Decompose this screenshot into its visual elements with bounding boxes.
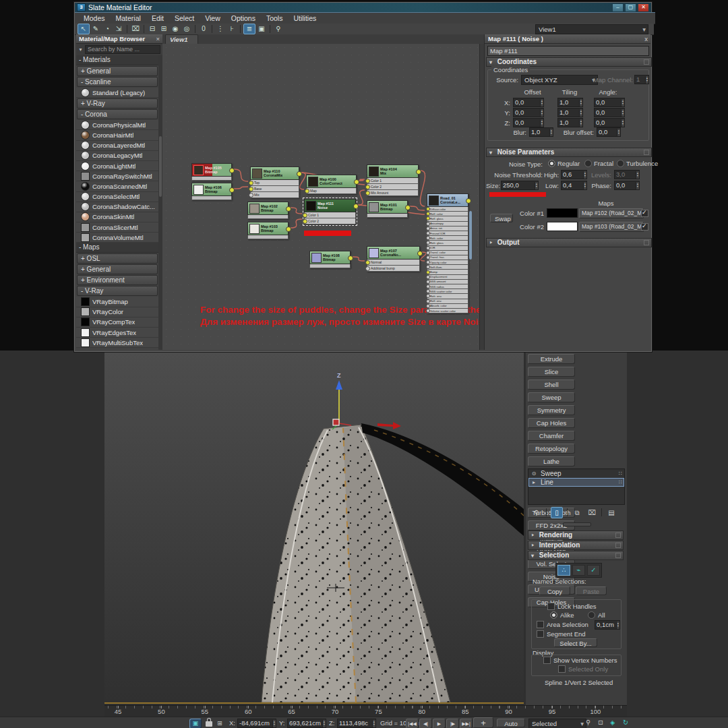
all-radio[interactable] bbox=[588, 611, 595, 619]
offset-spinner[interactable]: 0,0 bbox=[513, 98, 544, 107]
color1-map-button[interactable]: Map #102 (Road_02_Mask_0 bbox=[579, 208, 644, 218]
node-wire[interactable] bbox=[359, 179, 365, 181]
browser-options-icon[interactable]: ▼ bbox=[78, 47, 83, 52]
node-wire[interactable] bbox=[410, 206, 425, 210]
stack-row-sweep[interactable]: ⊙Sweep∷ bbox=[528, 469, 624, 478]
node-map102[interactable]: Map #102Bitmap bbox=[247, 202, 289, 219]
input-socket[interactable] bbox=[365, 266, 370, 271]
paste-button[interactable]: Paste bbox=[576, 586, 607, 595]
input-socket[interactable] bbox=[426, 280, 430, 284]
configure-modifier-sets-icon[interactable]: ▤ bbox=[606, 508, 617, 518]
menu-material[interactable]: Material bbox=[111, 13, 146, 23]
selection-lock-icon[interactable] bbox=[206, 721, 212, 727]
expand-arrow-icon[interactable]: ▸ bbox=[530, 479, 538, 485]
browser-rollout-osl[interactable]: + OSL bbox=[77, 253, 158, 264]
make-unique-icon[interactable]: ⧉ bbox=[572, 508, 582, 518]
output-socket[interactable] bbox=[286, 226, 291, 232]
eye-icon[interactable]: ⊙ bbox=[530, 471, 538, 477]
output-socket[interactable] bbox=[353, 204, 359, 209]
isolate-selection-toggle[interactable]: ▣ bbox=[189, 719, 202, 728]
output-socket[interactable] bbox=[416, 169, 421, 175]
input-socket[interactable] bbox=[365, 185, 370, 189]
node-map105[interactable]: Map #105Bitmap bbox=[191, 163, 232, 181]
blur-offset-spinner[interactable]: 0,0 bbox=[597, 127, 621, 137]
browser-rollout-scanline[interactable]: - Scanline bbox=[77, 77, 158, 87]
output-socket[interactable] bbox=[405, 205, 411, 210]
output-socket[interactable] bbox=[417, 251, 423, 256]
browser-rollout-v-ray[interactable]: + V-Ray bbox=[77, 98, 158, 109]
input-socket[interactable] bbox=[426, 270, 430, 274]
input-socket[interactable] bbox=[365, 260, 370, 265]
offset-spinner[interactable]: 0,0 bbox=[513, 118, 544, 127]
node-wire[interactable] bbox=[234, 169, 248, 181]
material-name-field[interactable]: Map #111 bbox=[487, 46, 649, 56]
minimize-button[interactable]: – bbox=[612, 3, 624, 12]
levels-spinner[interactable]: 3,0 bbox=[614, 170, 640, 179]
color1-map-checkbox[interactable] bbox=[641, 210, 648, 217]
drag-handle-icon[interactable]: ∷ bbox=[619, 479, 623, 485]
spline-subobject-icon[interactable]: ✓ bbox=[587, 565, 600, 576]
node-canvas[interactable]: For change the size of puddles, change t… bbox=[162, 44, 480, 350]
output-socket[interactable] bbox=[354, 179, 359, 185]
browser-item-coronashadowcatc[interactable]: CoronaShadowCatc... bbox=[76, 202, 158, 212]
perspective-viewport[interactable]: Z bbox=[104, 351, 524, 704]
noise-type-regular[interactable]: Regular bbox=[548, 160, 580, 167]
render-preview-icon[interactable]: ◔ bbox=[102, 24, 113, 34]
browser-rollout-general[interactable]: + General bbox=[77, 264, 158, 274]
modifier-button-retopology[interactable]: Retopology bbox=[528, 444, 575, 454]
rollout-rendering[interactable]: ‣ Rendering bbox=[528, 530, 624, 540]
auto-key-button[interactable]: Auto Key bbox=[497, 719, 525, 727]
color1-swatch[interactable] bbox=[547, 208, 578, 218]
browser-item-coronarayswitchmtl[interactable]: CoronaRaySwitchMtl bbox=[76, 171, 158, 181]
zoom-viewport-icon[interactable]: ⚲ bbox=[586, 719, 590, 726]
angle-spinner[interactable]: 0,0 bbox=[594, 98, 625, 107]
play-button[interactable]: ▶ bbox=[433, 719, 446, 728]
input-socket[interactable] bbox=[426, 299, 430, 303]
x-coordinate-field[interactable]: -84,691cm bbox=[237, 719, 276, 728]
orbit-viewport-icon[interactable]: ↻ bbox=[623, 719, 628, 726]
node-map110[interactable]: Map #110CoronaMixTopBaseMix bbox=[250, 166, 299, 198]
source-dropdown[interactable]: Object XYZ bbox=[521, 75, 598, 85]
color2-swatch[interactable] bbox=[547, 222, 578, 231]
hide-unused-nodeslots-icon[interactable]: ⊞ bbox=[158, 24, 169, 34]
input-socket[interactable] bbox=[303, 219, 307, 224]
browser-item-coronavolumemtl[interactable]: CoronaVolumeMtl bbox=[76, 233, 158, 243]
timeline-tick-70[interactable]: 70 bbox=[325, 708, 345, 715]
node-map103[interactable]: Map #103Bitmap bbox=[247, 222, 289, 239]
material-map-browser-toggle-icon[interactable]: ≣ bbox=[243, 24, 255, 34]
browser-rollout-corona[interactable]: - Corona bbox=[77, 109, 158, 119]
input-socket[interactable] bbox=[426, 309, 430, 313]
timeline-tick-60[interactable]: 60 bbox=[238, 708, 258, 715]
browser-group-materials[interactable]: - Materials bbox=[76, 55, 158, 65]
timeline-tick-90[interactable]: 90 bbox=[499, 708, 519, 715]
lock-handles-checkbox[interactable] bbox=[547, 603, 555, 610]
input-socket[interactable] bbox=[365, 191, 370, 195]
noise-type-fractal[interactable]: Fractal bbox=[584, 160, 613, 167]
browser-item-coronascannedmtl[interactable]: CoronaScannedMtl bbox=[76, 181, 158, 191]
rollout-output[interactable]: ‣ Output bbox=[486, 238, 652, 247]
input-socket[interactable] bbox=[426, 304, 430, 308]
input-socket[interactable] bbox=[249, 181, 253, 185]
selected-only-checkbox[interactable] bbox=[558, 665, 566, 673]
node-map108[interactable]: Map #108Bitmap bbox=[309, 251, 351, 268]
input-socket[interactable] bbox=[426, 231, 430, 235]
vertex-subobject-icon[interactable]: ∴ bbox=[557, 565, 570, 576]
delete-selected-icon[interactable]: ⌧ bbox=[130, 24, 141, 34]
close-button[interactable]: ✕ bbox=[638, 3, 649, 12]
turbulence-radio[interactable] bbox=[617, 160, 624, 167]
tiling-spinner[interactable]: 1,0 bbox=[557, 118, 583, 127]
search-input[interactable]: Search by Name ... bbox=[85, 45, 160, 54]
output-socket[interactable] bbox=[297, 171, 302, 177]
browser-item-coronalayeredmtl[interactable]: CoronaLayeredMtl bbox=[76, 141, 158, 151]
offset-spinner[interactable]: 0,0 bbox=[513, 108, 544, 117]
input-socket[interactable] bbox=[365, 179, 370, 183]
node-map100[interactable]: Map #100ColorCorrectMap bbox=[306, 175, 357, 194]
node-map107[interactable]: Map #107CoronaNo...NormalAdditional bump bbox=[367, 246, 420, 272]
maximize-button[interactable]: ▢ bbox=[625, 3, 636, 12]
show-shaded-material-in-viewport-icon[interactable]: ◉ bbox=[170, 24, 181, 34]
noise-type-turbulence[interactable]: Turbulence bbox=[617, 160, 658, 167]
browser-item-vraycolor[interactable]: VRayColor bbox=[76, 307, 158, 317]
transform-gizmo-icon[interactable]: ⊞ bbox=[217, 719, 222, 727]
menu-options[interactable]: Options bbox=[226, 13, 260, 23]
browser-header[interactable]: Material/Map Browser × bbox=[76, 34, 162, 44]
